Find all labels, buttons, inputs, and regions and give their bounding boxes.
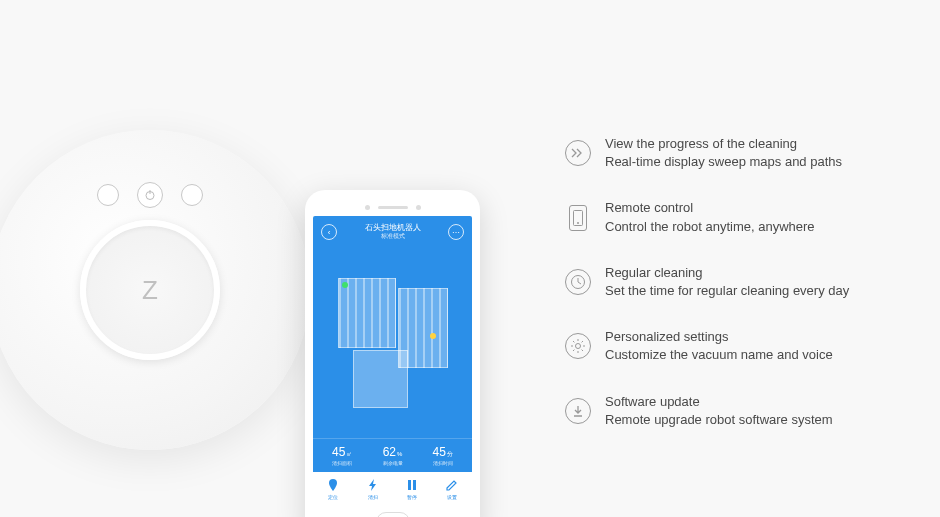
nav-locate[interactable]: 定位 <box>326 478 340 500</box>
pin-icon <box>326 478 340 492</box>
feature-subtitle: Real-time display sweep maps and paths <box>605 153 842 171</box>
robot-dot-icon <box>342 282 348 288</box>
feature-title: View the progress of the cleaning <box>605 135 842 153</box>
progress-icon <box>565 140 591 166</box>
floor-map <box>338 278 448 408</box>
svg-rect-2 <box>408 480 411 490</box>
screen-header: ‹ 石头扫地机器人 标准模式 ⋯ <box>313 216 472 248</box>
gear-icon <box>565 333 591 359</box>
nav-settings[interactable]: 设置 <box>445 478 459 500</box>
features-list: View the progress of the cleaning Real-t… <box>565 135 925 429</box>
back-icon[interactable]: ‹ <box>321 224 337 240</box>
robot-btn-power <box>137 182 163 208</box>
robot-buttons <box>97 182 203 208</box>
svg-rect-3 <box>413 480 416 490</box>
screen-map <box>313 248 472 438</box>
dock-dot-icon <box>430 333 436 339</box>
bolt-icon <box>366 478 380 492</box>
edit-icon <box>445 478 459 492</box>
feature-subtitle: Customize the vacuum name and voice <box>605 346 833 364</box>
robot-vacuum: Z <box>0 130 310 450</box>
nav-clean[interactable]: 清扫 <box>366 478 380 500</box>
feature-subtitle: Control the robot anytime, anywhere <box>605 218 815 236</box>
screen-nav: 定位 清扫 暂停 设置 <box>313 472 472 506</box>
pause-icon <box>405 478 419 492</box>
phone-icon <box>569 205 587 231</box>
feature-title: Remote control <box>605 199 815 217</box>
feature-personalize: Personalized settings Customize the vacu… <box>565 328 925 364</box>
feature-title: Regular cleaning <box>605 264 849 282</box>
phone-screen: ‹ 石头扫地机器人 标准模式 ⋯ 45㎡ 清扫面积 62% 剩余 <box>313 216 472 506</box>
stat-area: 45㎡ 清扫面积 <box>332 445 352 466</box>
robot-center: Z <box>80 220 220 360</box>
feature-progress: View the progress of the cleaning Real-t… <box>565 135 925 171</box>
phone-home-button <box>376 512 410 517</box>
feature-subtitle: Remote upgrade robot software system <box>605 411 833 429</box>
nav-pause[interactable]: 暂停 <box>405 478 419 500</box>
feature-remote: Remote control Control the robot anytime… <box>565 199 925 235</box>
phone-mockup: ‹ 石头扫地机器人 标准模式 ⋯ 45㎡ 清扫面积 62% 剩余 <box>305 190 480 517</box>
clock-icon <box>565 269 591 295</box>
feature-schedule: Regular cleaning Set the time for regula… <box>565 264 925 300</box>
screen-stats: 45㎡ 清扫面积 62% 剩余电量 45分 清扫时间 <box>313 438 472 472</box>
robot-btn-spot <box>181 184 203 206</box>
feature-subtitle: Set the time for regular cleaning every … <box>605 282 849 300</box>
more-icon[interactable]: ⋯ <box>448 224 464 240</box>
feature-update: Software update Remote upgrade robot sof… <box>565 393 925 429</box>
feature-title: Software update <box>605 393 833 411</box>
robot-btn-home <box>97 184 119 206</box>
stat-time: 45分 清扫时间 <box>433 445 453 466</box>
download-icon <box>565 398 591 424</box>
phone-top-bezel <box>313 198 472 216</box>
robot-logo: Z <box>142 275 158 306</box>
svg-point-5 <box>577 222 579 224</box>
stat-battery: 62% 剩余电量 <box>383 445 403 466</box>
feature-title: Personalized settings <box>605 328 833 346</box>
screen-title: 石头扫地机器人 标准模式 <box>365 223 421 241</box>
svg-point-7 <box>576 344 581 349</box>
